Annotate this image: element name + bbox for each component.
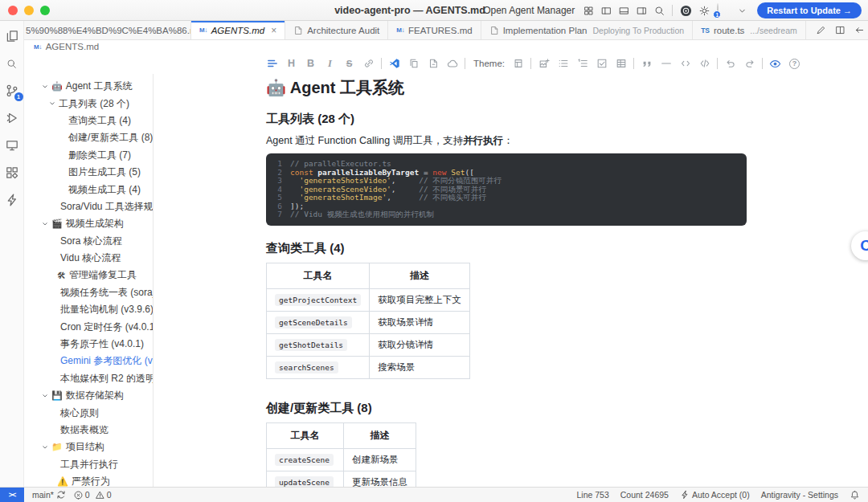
outline-item-项目结构[interactable]: 📁项目结构 [24, 439, 153, 455]
chevron-down-icon[interactable] [738, 6, 747, 15]
outline-item-label: Agent 工具系统 [66, 80, 133, 93]
panel-left-icon[interactable] [601, 6, 612, 16]
bell-icon[interactable] [850, 490, 860, 500]
tab-agents-md[interactable]: M↓AGENTS.md× [191, 21, 285, 39]
breadcrumb-file[interactable]: AGENTS.md [46, 42, 99, 51]
outline-item-cron-定时任务-v4-0-1-异[interactable]: Cron 定时任务 (v4.0.1 异... [24, 318, 153, 335]
branch-status[interactable]: main* [32, 490, 66, 500]
outline-item-创建-更新类工具-8[interactable]: 创建/更新类工具 (8) [24, 129, 153, 146]
auto-accept-toggle[interactable]: Auto Accept (0) [680, 490, 750, 500]
outline-item-sora-vidu-工具选择规则[interactable]: Sora/Vidu 工具选择规则 [24, 198, 153, 215]
search-icon[interactable] [4, 55, 20, 71]
preview-eye-icon[interactable] [768, 58, 782, 70]
bolt-icon[interactable] [4, 192, 20, 208]
circle-logo-icon[interactable] [680, 5, 692, 17]
copy-icon[interactable] [407, 58, 420, 69]
heading-icon[interactable]: H [285, 59, 298, 68]
outline-item-视频生成工具-4[interactable]: 视频生成工具 (4) [24, 181, 153, 198]
outline-item-label: 管理端修复工具 [69, 268, 137, 282]
problems-status[interactable]: 0 0 [74, 490, 112, 500]
tab-route-ts[interactable]: TSroute.ts.../seedream [693, 21, 806, 39]
outline-item-视频任务统一表-sora-t[interactable]: 视频任务统一表 (sora_t... [24, 284, 153, 301]
open-agent-manager-button[interactable]: Open Agent Manager [483, 5, 575, 16]
italic-icon[interactable]: I [323, 59, 337, 68]
strikethrough-icon[interactable]: S [342, 59, 356, 68]
code-block-icon[interactable] [698, 58, 711, 69]
outline-item-vidu-核心流程[interactable]: Vidu 核心流程 [24, 250, 153, 267]
list-ul-icon[interactable] [556, 58, 570, 69]
outline-item-工具并行执行[interactable]: 工具并行执行 [24, 456, 153, 473]
outline-item-图片生成工具-5[interactable]: 图片生成工具 (5) [24, 164, 153, 181]
tab-implementation-plan[interactable]: Implementation PlanDeploying To Producti… [481, 21, 693, 39]
window-controls[interactable] [8, 6, 50, 15]
explorer-icon[interactable] [4, 28, 20, 44]
count-indicator[interactable]: Count 24695 [620, 490, 669, 500]
outline-item-工具列表-28-个[interactable]: 工具列表 (28 个) [24, 95, 153, 112]
zoom-window-button[interactable] [40, 6, 50, 15]
panel-bottom-icon[interactable] [619, 6, 629, 16]
line-indicator[interactable]: Line 753 [576, 490, 608, 500]
remote-indicator[interactable]: >< [0, 488, 24, 502]
outline-item-本地媒体到-r2-的透明持[interactable]: 本地媒体到 R2 的透明持... [24, 370, 153, 387]
divider [381, 58, 382, 69]
cloud-upload-icon[interactable] [445, 58, 459, 69]
minimize-window-button[interactable] [24, 6, 34, 15]
badge: 1 [14, 92, 23, 101]
outline-item-批量轮询机制-v3-9-6[interactable]: 批量轮询机制 (v3.9.6) [24, 301, 153, 318]
tab-features-md[interactable]: M↓FEATURES.md [388, 21, 481, 39]
outline-item-删除类工具-7[interactable]: 删除类工具 (7) [24, 147, 153, 164]
code-inline-icon[interactable] [678, 58, 692, 69]
outline-item-gemini-参考图优化-v3[interactable]: Gemini 参考图优化 (v3.... [24, 353, 153, 369]
checkbox-icon[interactable] [595, 58, 608, 69]
quote-icon[interactable] [640, 58, 653, 69]
outline-item-查询类工具-4[interactable]: 查询类工具 (4) [24, 112, 153, 129]
link-icon[interactable] [362, 58, 375, 69]
close-window-button[interactable] [8, 6, 18, 15]
remote-window-icon[interactable] [4, 137, 20, 153]
outline-item-视频生成架构[interactable]: 🎬视频生成架构 [24, 215, 153, 232]
tool-name: createScene [275, 454, 334, 466]
table-icon[interactable] [614, 58, 628, 69]
extensions-icon[interactable] [4, 165, 20, 181]
close-icon[interactable]: × [271, 25, 276, 36]
outline-item-事务原子性-v4-0-1[interactable]: 事务原子性 (v4.0.1) [24, 336, 153, 353]
gear-icon[interactable] [699, 6, 710, 16]
debug-icon[interactable] [4, 110, 20, 126]
file-export-icon[interactable] [426, 58, 440, 69]
search-icon[interactable] [654, 6, 665, 16]
tab-5-90-88-e4-bd-9c-e4-ba-86-md[interactable]: 5%90%88%E4%BD%9C%E4%BA%86.md [24, 21, 191, 39]
restart-to-update-button[interactable]: Restart to Update → [757, 2, 862, 18]
split-editor-icon[interactable] [835, 25, 845, 35]
layout-grid-icon[interactable] [583, 6, 594, 16]
vscode-icon[interactable] [387, 58, 401, 69]
outline-item-数据表概览[interactable]: 数据表概览 [24, 422, 153, 439]
list-ol-icon[interactable] [575, 58, 589, 69]
redo-icon[interactable] [743, 58, 756, 69]
pencil-icon[interactable] [816, 25, 826, 35]
tab-bar: 5%90%88%E4%BD%9C%E4%BA%86.mdM↓AGENTS.md×… [24, 21, 868, 40]
chevron-down-icon [41, 83, 49, 91]
outline-item-严禁行为[interactable]: ⚠️严禁行为 [24, 473, 153, 487]
outline-item-核心原则[interactable]: 核心原则 [24, 404, 153, 421]
heading-lines-icon[interactable] [265, 58, 279, 69]
theme-icon[interactable] [511, 58, 525, 69]
arrow-left-icon[interactable] [854, 25, 865, 35]
outline-item-管理端修复工具[interactable]: 🛠管理端修复工具 [24, 267, 153, 284]
outline-item-数据存储架构[interactable]: 💾数据存储架构 [24, 387, 153, 404]
bold-icon[interactable]: B [304, 59, 317, 68]
source-control-icon[interactable]: 1 [4, 83, 20, 99]
account-avatar[interactable]: 1 [717, 4, 731, 17]
help-icon[interactable]: ? [788, 59, 801, 69]
bolt-icon [680, 490, 690, 500]
app-settings-status[interactable]: Antigravity - Settings [761, 490, 838, 500]
hr-icon[interactable] [659, 58, 673, 69]
markdown-icon: M↓ [396, 27, 404, 34]
panel-right-icon[interactable] [637, 6, 647, 16]
outline-item-sora-核心流程[interactable]: Sora 核心流程 [24, 233, 153, 250]
table-header: 工具名 [267, 263, 370, 288]
tab-architecture-audit[interactable]: Architecture Audit [285, 21, 388, 39]
insert-image-icon[interactable] [537, 58, 551, 69]
tool-description: 创建新场景 [344, 448, 416, 471]
outline-item-agent-工具系统[interactable]: 🤖Agent 工具系统 [24, 78, 153, 95]
undo-icon[interactable] [723, 58, 737, 69]
